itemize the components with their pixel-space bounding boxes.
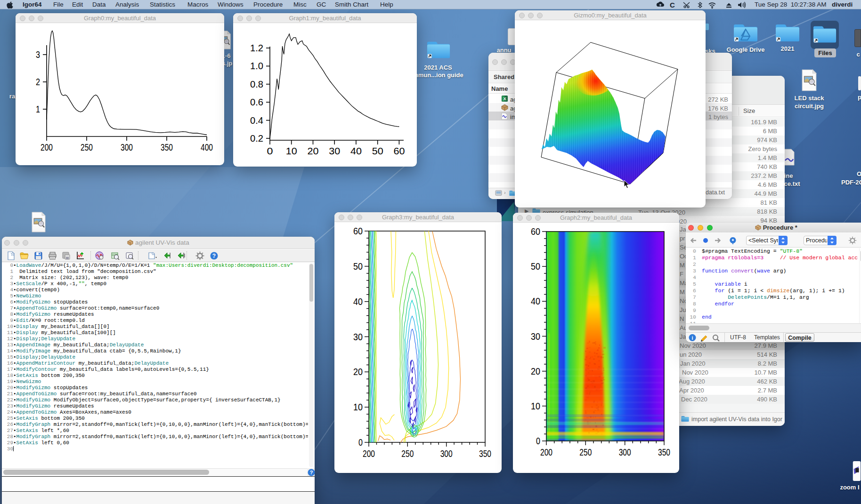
svg-text:i: i <box>691 335 693 341</box>
svg-text:350: 350 <box>161 142 173 152</box>
svg-text:350: 350 <box>479 448 491 459</box>
svg-text:0.2: 0.2 <box>250 133 263 144</box>
svg-text:20: 20 <box>308 146 319 156</box>
svg-text:400: 400 <box>201 142 213 152</box>
svg-text:300: 300 <box>121 142 133 152</box>
svg-text:0: 0 <box>267 146 273 156</box>
svg-text:1.2: 1.2 <box>250 43 263 53</box>
svg-text:250: 250 <box>81 142 93 152</box>
svg-text:C: C <box>670 1 675 8</box>
svg-text:10: 10 <box>531 401 540 411</box>
svg-text:1: 1 <box>36 104 40 114</box>
svg-text:40: 40 <box>353 296 363 307</box>
svg-text:200: 200 <box>540 447 552 457</box>
svg-text:60: 60 <box>393 146 405 156</box>
svg-text:0.4: 0.4 <box>250 115 263 126</box>
svg-text:0: 0 <box>358 437 363 448</box>
svg-text:1.0: 1.0 <box>250 61 263 71</box>
svg-text:50: 50 <box>372 146 383 156</box>
svg-text:20: 20 <box>531 366 540 376</box>
svg-text:200: 200 <box>41 142 53 152</box>
svg-text:0.6: 0.6 <box>250 97 263 107</box>
svg-text:0: 0 <box>536 436 540 446</box>
svg-text:10: 10 <box>353 402 363 412</box>
svg-text:60: 60 <box>353 226 363 236</box>
svg-text:30: 30 <box>531 331 540 342</box>
svg-text:X: X <box>503 96 506 101</box>
svg-text:0.8: 0.8 <box>250 79 263 89</box>
svg-text:50: 50 <box>353 261 363 272</box>
svg-text:50: 50 <box>531 261 540 272</box>
svg-text:250: 250 <box>579 447 592 457</box>
svg-text:2: 2 <box>36 77 40 87</box>
svg-text:30: 30 <box>353 332 363 342</box>
svg-text:250: 250 <box>401 448 414 459</box>
svg-text:30: 30 <box>329 146 340 156</box>
svg-text:200: 200 <box>363 448 375 459</box>
svg-text:300: 300 <box>619 447 631 457</box>
svg-text:350: 350 <box>658 447 670 457</box>
svg-text:300: 300 <box>440 448 453 459</box>
svg-text:10: 10 <box>286 146 297 156</box>
svg-text:?: ? <box>212 253 216 259</box>
svg-text:40: 40 <box>350 146 362 156</box>
svg-text:?: ? <box>310 470 313 475</box>
svg-text:40: 40 <box>531 296 540 306</box>
svg-text:3: 3 <box>36 49 40 60</box>
svg-text:20: 20 <box>353 367 363 377</box>
svg-text:60: 60 <box>531 226 540 237</box>
